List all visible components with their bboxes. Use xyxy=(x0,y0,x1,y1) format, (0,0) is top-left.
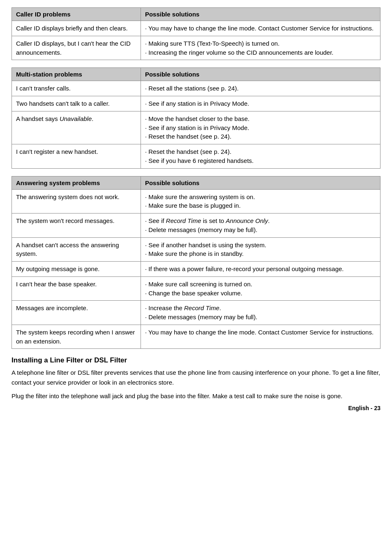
solution-cell: · Reset all the stations (see p. 24). xyxy=(141,81,380,96)
problem-cell: I can't hear the base speaker. xyxy=(12,276,141,301)
table-row: Messages are incomplete. · Increase the … xyxy=(12,301,380,325)
solution-cell: · Make sure the answering system is on.·… xyxy=(141,189,380,214)
multi-station-table: Multi-station problems Possible solution… xyxy=(12,67,380,168)
table-row: The system keeps recording when I answer… xyxy=(12,325,380,349)
problem-cell: A handset can't access the answering sys… xyxy=(12,237,141,262)
problem-cell: I can't transfer calls. xyxy=(12,81,141,96)
solution-cell: · See if any station is in Privacy Mode. xyxy=(141,96,380,111)
answering-system-table: Answering system problems Possible solut… xyxy=(12,176,380,349)
solution-cell: · Making sure TTS (Text-To-Speech) is tu… xyxy=(141,36,380,60)
caller-id-problem-header: Caller ID problems xyxy=(12,8,141,21)
page-footer: English - 23 xyxy=(12,405,380,411)
dsl-paragraph-1: A telephone line filter or DSL filter pr… xyxy=(12,368,380,387)
solution-cell: · You may have to change the line mode. … xyxy=(141,21,380,36)
table-row: Caller ID displays, but I can't hear the… xyxy=(12,36,380,60)
solution-cell: · See if another handset is using the sy… xyxy=(141,237,380,262)
table-row: I can't transfer calls. · Reset all the … xyxy=(12,81,380,96)
italic-announce-only: Announce Only xyxy=(226,217,268,224)
table-row: I can't register a new handset. · Reset … xyxy=(12,144,380,169)
problem-cell: I can't register a new handset. xyxy=(12,144,141,169)
dsl-section: Installing a Line Filter or DSL Filter A… xyxy=(12,356,380,401)
multi-station-solution-header: Possible solutions xyxy=(141,68,380,81)
problem-cell: A handset says Unavailable. xyxy=(12,111,141,144)
solution-cell: · Increase the Record Time.· Delete mess… xyxy=(141,301,380,325)
table-row: Two handsets can't talk to a caller. · S… xyxy=(12,96,380,111)
problem-cell: The system keeps recording when I answer… xyxy=(12,325,141,349)
solution-cell: · See if Record Time is set to Announce … xyxy=(141,214,380,238)
italic-record-time2: Record Time xyxy=(184,304,219,311)
problem-cell: Two handsets can't talk to a caller. xyxy=(12,96,141,111)
caller-id-solution-header: Possible solutions xyxy=(141,8,380,21)
caller-id-table: Caller ID problems Possible solutions Ca… xyxy=(12,7,380,60)
table-row: I can't hear the base speaker. · Make su… xyxy=(12,276,380,301)
problem-cell: The system won't record messages. xyxy=(12,214,141,238)
table-row: The answering system does not work. · Ma… xyxy=(12,189,380,214)
problem-cell: Caller ID displays, but I can't hear the… xyxy=(12,36,141,60)
italic-record-time: Record Time xyxy=(166,217,201,224)
problem-cell: Caller ID displays briefly and then clea… xyxy=(12,21,141,36)
solution-cell: · Reset the handset (see p. 24).· See if… xyxy=(141,144,380,169)
table-row: The system won't record messages. · See … xyxy=(12,214,380,238)
problem-cell: My outgoing message is gone. xyxy=(12,262,141,277)
dsl-title: Installing a Line Filter or DSL Filter xyxy=(12,356,380,364)
table-row: Caller ID displays briefly and then clea… xyxy=(12,21,380,36)
table-row: A handset says Unavailable. · Move the h… xyxy=(12,111,380,144)
dsl-paragraph-2: Plug the filter into the telephone wall … xyxy=(12,391,380,401)
italic-unavailable: Unavailable xyxy=(60,115,92,122)
table-row: My outgoing message is gone. · If there … xyxy=(12,262,380,277)
solution-cell: · Make sure call screening is turned on.… xyxy=(141,276,380,301)
solution-cell: · You may have to change the line mode. … xyxy=(141,325,380,349)
solution-cell: · Move the handset closer to the base.· … xyxy=(141,111,380,144)
page-number: English - 23 xyxy=(348,405,380,411)
multi-station-problem-header: Multi-station problems xyxy=(12,68,141,81)
answering-problem-header: Answering system problems xyxy=(12,176,141,189)
answering-solution-header: Possible solutions xyxy=(141,176,380,189)
solution-cell: · If there was a power failure, re-recor… xyxy=(141,262,380,277)
problem-cell: The answering system does not work. xyxy=(12,189,141,214)
problem-cell: Messages are incomplete. xyxy=(12,301,141,325)
table-row: A handset can't access the answering sys… xyxy=(12,237,380,262)
